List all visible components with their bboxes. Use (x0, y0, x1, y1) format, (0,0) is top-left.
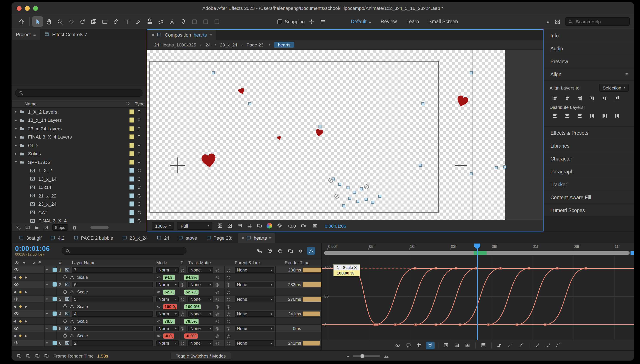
column-type[interactable]: Type (135, 101, 146, 106)
toggle-transparency-grid-icon[interactable] (245, 222, 254, 230)
selection-handle[interactable] (421, 102, 424, 105)
panel-tab-info[interactable]: Info (544, 29, 634, 42)
distribute-bottom-button[interactable] (575, 112, 584, 119)
label-color-swatch[interactable] (129, 176, 134, 182)
pick-whip-icon[interactable]: ◎ (226, 274, 230, 280)
project-search[interactable] (15, 89, 143, 97)
brush-tool-tool-button[interactable] (133, 16, 144, 27)
scale-property-row[interactable]: ◀◆▶Scale∞-0.0,-0.0%◎◎ (12, 332, 321, 340)
property-label[interactable]: Scale (77, 318, 88, 324)
comp-tab-hearts[interactable]: ×hearts≡ (237, 233, 275, 243)
track-matte-select[interactable]: None▾ (188, 340, 213, 346)
guide-line[interactable] (472, 50, 472, 220)
label-color-swatch[interactable] (129, 168, 134, 173)
graph-property-icon[interactable] (69, 274, 75, 280)
stopwatch-icon[interactable] (63, 318, 68, 324)
choose-graph-type-button[interactable] (393, 342, 402, 349)
layer-name-field[interactable]: 6 (72, 282, 153, 288)
selection-handle[interactable] (212, 71, 215, 74)
exposure-value[interactable]: +0.0 (287, 223, 296, 228)
next-keyframe-icon[interactable]: ▶ (25, 319, 27, 323)
selection-handle[interactable] (470, 172, 473, 175)
panel-tab-tracker[interactable]: Tracker (544, 178, 634, 191)
dimension-link-icon[interactable]: ∞ (157, 288, 161, 295)
pick-whip-icon[interactable]: ◎ (215, 266, 219, 273)
parent-select[interactable]: None▾ (235, 296, 274, 302)
previous-keyframe-icon[interactable]: ◀ (13, 319, 16, 323)
keyframe-icon[interactable]: ◆ (19, 304, 22, 308)
column-t[interactable]: T (180, 260, 183, 265)
track-matte-select[interactable]: None▾ (188, 326, 213, 331)
layer-visibility-icon[interactable] (14, 340, 19, 346)
zoom-tool-button[interactable] (55, 16, 66, 27)
disclosure-triangle[interactable]: ▸ (12, 110, 19, 114)
workspace-review[interactable]: Review (377, 19, 401, 24)
dimension-link-icon[interactable]: ∞ (157, 274, 161, 280)
panel-tab-lumetri-scopes[interactable]: Lumetri Scopes (544, 204, 634, 217)
property-label[interactable]: Scale (77, 332, 88, 339)
selection-handle[interactable] (503, 166, 506, 168)
label-color-swatch[interactable] (129, 134, 134, 140)
pick-whip-icon[interactable]: ◎ (215, 310, 219, 317)
label-color-swatch[interactable] (129, 218, 134, 223)
next-keyframe-icon[interactable]: ▶ (25, 290, 27, 294)
selection-handle[interactable] (342, 204, 345, 207)
stopwatch-icon[interactable] (63, 332, 68, 339)
breadcrumb-item[interactable]: hearts (274, 42, 294, 48)
project-item[interactable]: 13x14C (12, 183, 146, 192)
align-left-button[interactable] (550, 95, 559, 102)
puppet-pin-tool-tool-button[interactable] (178, 16, 189, 27)
layer-visibility-icon[interactable] (14, 266, 19, 273)
project-item[interactable]: 1_X_2C (12, 166, 146, 175)
blend-mode-select[interactable]: Norm▾ (156, 340, 179, 346)
keyframe-icon[interactable]: ◆ (19, 319, 22, 323)
take-snapshot-icon[interactable] (299, 222, 307, 230)
breadcrumb-item[interactable]: 24 (205, 42, 210, 47)
dimension-link-icon[interactable]: ∞ (157, 318, 161, 324)
column-mode[interactable]: Mode (156, 260, 167, 265)
timeline-search-input[interactable] (73, 248, 183, 254)
panel-menu-icon[interactable]: ≡ (209, 32, 212, 37)
track-matte-select[interactable]: None▾ (188, 282, 213, 288)
workspace-menu-icon[interactable]: ≡ (369, 19, 371, 24)
pick-whip-icon[interactable]: ◎ (215, 281, 219, 288)
layer-name-field[interactable]: 3 (72, 326, 153, 331)
comp-tab-24[interactable]: 24 (153, 233, 173, 243)
select-view-layout-icon[interactable] (255, 222, 264, 230)
snapping-checkbox[interactable] (277, 19, 282, 24)
horizontal-scrollbar[interactable] (91, 226, 109, 229)
pick-whip-icon[interactable]: ◎ (215, 340, 219, 346)
selection-handle[interactable] (365, 198, 368, 201)
panel-tab-preview[interactable]: Preview (544, 55, 634, 68)
heart-shape[interactable] (314, 128, 325, 138)
convert-hold-button[interactable] (495, 342, 504, 349)
track-matte-select[interactable]: None▾ (188, 296, 213, 302)
selection-handle[interactable] (348, 197, 351, 200)
column-name[interactable]: Name (12, 101, 125, 106)
timeline-search[interactable] (62, 247, 186, 255)
disclosure-triangle[interactable]: ▸ (12, 152, 19, 156)
track-matte-select[interactable]: None▾ (188, 267, 213, 273)
maximize-window-button[interactable] (33, 6, 38, 10)
layer-twirl-icon[interactable]: ▾ (46, 266, 48, 273)
layer-row[interactable]: ▾44Norm▾◎None▾◎◎None▾241ms (12, 310, 321, 318)
distribute-right-button[interactable] (613, 112, 621, 119)
panel-tab-effects-presets[interactable]: Effects & Presets (544, 126, 634, 140)
label-color-swatch[interactable] (129, 210, 134, 215)
panel-tab-paragraph[interactable]: Paragraph (544, 165, 634, 178)
comp-tab-23-x-24[interactable]: 23_x_24 (118, 233, 152, 243)
layer-visibility-icon[interactable] (14, 296, 19, 302)
zoom-slider[interactable] (353, 355, 380, 356)
layer-label-swatch[interactable] (53, 296, 57, 302)
graph-property-icon[interactable] (69, 318, 75, 324)
selection-handle[interactable] (318, 125, 322, 128)
project-item[interactable]: ▾SPREADSF (12, 158, 146, 166)
label-color-swatch[interactable] (129, 126, 134, 131)
project-item[interactable]: ▸SolidsF (12, 150, 146, 158)
label-color-swatch[interactable] (129, 151, 134, 156)
delete-icon[interactable] (71, 224, 78, 230)
snap-options-icon[interactable] (318, 18, 327, 26)
comp-tab-page-23[interactable]: Page 23: (202, 233, 236, 243)
selection-handle[interactable] (419, 164, 422, 167)
pick-whip-icon[interactable]: ◎ (226, 318, 230, 324)
